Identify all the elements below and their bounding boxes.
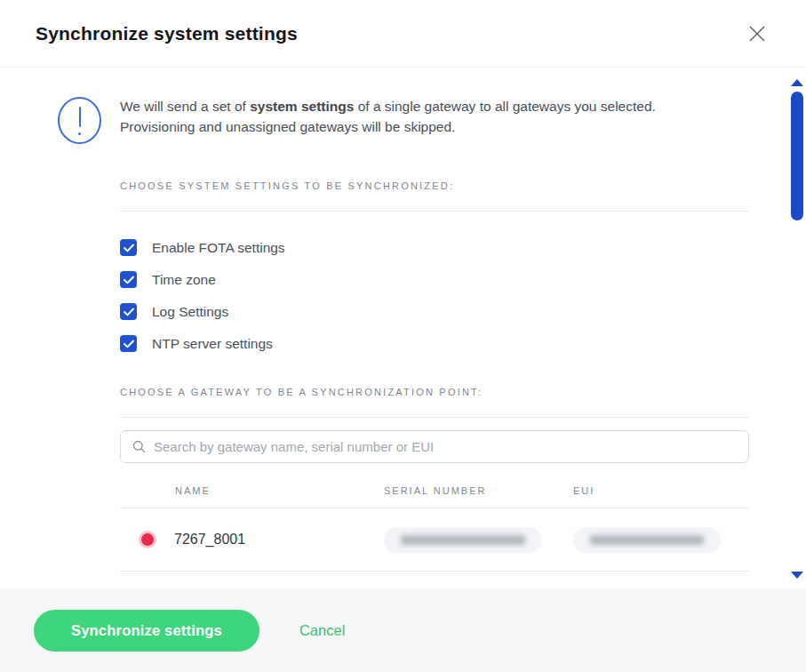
vertical-scrollbar[interactable] xyxy=(790,68,804,588)
synchronize-settings-button[interactable]: Synchronize settings xyxy=(34,610,259,652)
table-header: NAME SERIAL NUMBER EUI xyxy=(120,485,749,496)
column-header-eui: EUI xyxy=(573,485,749,496)
scroll-down-icon[interactable] xyxy=(791,572,803,579)
info-text-bold: system settings xyxy=(250,99,354,114)
info-text-suffix: of a single gateway to all gateways you … xyxy=(354,99,655,114)
close-button[interactable] xyxy=(744,20,770,47)
checkbox-label: Log Settings xyxy=(152,304,228,320)
divider xyxy=(120,571,749,572)
close-icon xyxy=(746,22,769,45)
search-input[interactable] xyxy=(154,439,737,454)
check-icon xyxy=(124,276,134,284)
gateway-name: 7267_8001 xyxy=(174,532,245,548)
serial-number-redacted xyxy=(384,527,541,553)
modal-header: Synchronize system settings xyxy=(0,0,806,68)
info-text-prefix: We will send a set of xyxy=(120,99,250,114)
checkbox-checked[interactable] xyxy=(120,303,137,320)
check-icon xyxy=(124,340,134,348)
settings-checkbox-list: Enable FOTA settings Time zone Log Setti… xyxy=(120,239,749,352)
exclamation-circle-icon xyxy=(58,97,101,144)
checkbox-row-timezone[interactable]: Time zone xyxy=(120,271,749,288)
checkbox-row-log[interactable]: Log Settings xyxy=(120,303,749,320)
checkbox-row-fota[interactable]: Enable FOTA settings xyxy=(120,239,749,256)
info-banner: We will send a set of system settings of… xyxy=(120,68,749,137)
scrollbar-thumb[interactable] xyxy=(791,92,803,220)
eui-redacted xyxy=(573,527,721,553)
checkbox-label: Time zone xyxy=(152,272,216,288)
checkbox-label: NTP server settings xyxy=(152,336,273,352)
checkbox-label: Enable FOTA settings xyxy=(152,240,285,256)
check-icon xyxy=(124,244,134,252)
modal-body: We will send a set of system settings of… xyxy=(0,68,806,588)
info-text: We will send a set of system settings of… xyxy=(120,96,706,137)
divider xyxy=(120,211,749,212)
scroll-up-icon[interactable] xyxy=(791,79,803,86)
divider xyxy=(120,417,749,418)
gateway-table: NAME SERIAL NUMBER EUI 7267_8001 xyxy=(120,485,749,572)
status-dot-icon xyxy=(141,533,154,546)
info-text-line2: Provisioning and unassigned gateways wil… xyxy=(120,119,455,134)
checkbox-checked[interactable] xyxy=(120,239,137,256)
checkbox-checked[interactable] xyxy=(120,271,137,288)
gateway-search[interactable] xyxy=(120,430,749,463)
modal-footer: Synchronize settings Cancel xyxy=(0,588,806,672)
gateway-row[interactable]: 7267_8001 xyxy=(120,508,749,571)
gateway-section-label: CHOOSE A GATEWAY TO BE A SYNCHRONIZATION… xyxy=(120,387,749,397)
cancel-button[interactable]: Cancel xyxy=(299,622,345,639)
page-title: Synchronize system settings xyxy=(36,23,298,44)
column-header-serial: SERIAL NUMBER xyxy=(384,485,573,496)
settings-section-label: CHOOSE SYSTEM SETTINGS TO BE SYNCHRONIZE… xyxy=(120,180,749,191)
column-header-name: NAME xyxy=(120,485,384,496)
checkbox-row-ntp[interactable]: NTP server settings xyxy=(120,335,749,352)
checkbox-checked[interactable] xyxy=(120,335,137,352)
search-icon xyxy=(132,440,146,453)
check-icon xyxy=(124,308,134,316)
